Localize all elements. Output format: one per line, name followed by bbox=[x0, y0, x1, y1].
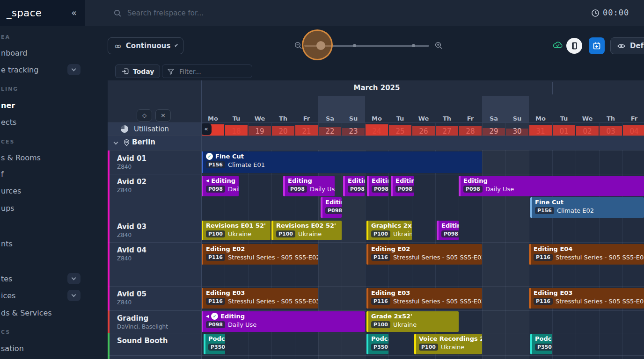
slider-step-dot bbox=[353, 44, 356, 47]
booking-block[interactable]: Fine CutP156Climate E02 bbox=[530, 197, 644, 218]
user-avatar[interactable] bbox=[566, 38, 582, 54]
block-title: Editing bbox=[211, 177, 235, 184]
sidebar-item-chevron-button[interactable] bbox=[67, 273, 80, 284]
zoom-in-icon[interactable] bbox=[434, 41, 443, 50]
filter-funnel-icon bbox=[167, 68, 175, 75]
booking-block[interactable]: Grade 2x52'P100Ukraine bbox=[366, 311, 459, 332]
day-name: Tu bbox=[225, 115, 248, 122]
booking-block[interactable]: EditingP098 bbox=[367, 176, 388, 196]
block-subtitle: Daily Use bbox=[228, 186, 239, 193]
resource-row-label-avid-04[interactable]: Avid 04Z840 bbox=[108, 242, 201, 286]
block-title: Grade 2x52' bbox=[371, 313, 412, 320]
sidebar-item-ups[interactable]: ups bbox=[1, 204, 15, 213]
sidebar-item-chevron-button[interactable] bbox=[67, 290, 80, 301]
sidebar-item-s-rooms[interactable]: s & Rooms bbox=[1, 153, 41, 162]
booking-block[interactable]: Revisions E02 52'P100Ukraine bbox=[271, 221, 342, 240]
project-badge: P098 bbox=[441, 230, 459, 237]
booking-block[interactable]: Editing E02P116Stressful Series - S05 SS… bbox=[201, 244, 318, 265]
grid-line bbox=[529, 122, 529, 359]
project-badge: P098 bbox=[288, 186, 307, 193]
resource-row-label-avid-05[interactable]: Avid 05Z840 bbox=[108, 286, 201, 310]
row-separator bbox=[108, 286, 644, 287]
day-header-cell: Fr21 bbox=[295, 96, 318, 122]
booking-block[interactable]: ◀EditingP098Daily Use bbox=[201, 176, 239, 196]
booking-block[interactable]: EditingP098 bbox=[437, 221, 459, 240]
resource-row-label-avid-02[interactable]: Avid 02Z840 bbox=[108, 174, 201, 219]
booking-block[interactable]: Graphics 2x52'P100Ukraine bbox=[366, 221, 412, 240]
block-title: Editing E03 bbox=[534, 289, 572, 296]
sidebar: EAnboarde trackingLINGnerectsCESs & Room… bbox=[0, 26, 85, 359]
expand-rows-button[interactable]: ◇ bbox=[137, 109, 152, 122]
sidebar-item-nts[interactable]: nts bbox=[1, 239, 13, 248]
booking-block[interactable]: Revisions E01 52'P100Ukraine bbox=[201, 221, 271, 240]
topbar: _space « 00:00 bbox=[0, 0, 644, 26]
booking-block[interactable]: EditingP098 bbox=[343, 176, 365, 196]
resource-row-label-grading[interactable]: GradingDaVinci, Baselight bbox=[108, 310, 201, 333]
booking-block[interactable]: EditingP098 bbox=[391, 176, 414, 196]
close-rows-button[interactable]: × bbox=[155, 109, 171, 122]
day-header-cell: Th20 bbox=[271, 96, 295, 122]
booking-block[interactable]: Editing E04P116Stressful Series - S05 SS… bbox=[529, 244, 644, 265]
block-detail-line: P116Stressful Series - S05 SS5-E04 bbox=[531, 252, 644, 261]
booking-block[interactable]: PodcastP350 bbox=[204, 334, 225, 354]
booking-block[interactable]: ◀✓EditingP098Daily Use bbox=[201, 311, 365, 332]
block-subtitle: Ukraine bbox=[298, 230, 322, 237]
cursor-highlight-circle bbox=[302, 29, 333, 60]
resource-row-label-sound-booth[interactable]: Sound Booth bbox=[108, 333, 201, 355]
sidebar-item-chevron-button[interactable] bbox=[67, 64, 80, 75]
utilisation-bar bbox=[272, 126, 294, 136]
booking-block[interactable]: PodcastP350 bbox=[530, 334, 552, 354]
resource-row-label-avid-01[interactable]: Avid 01Z840 bbox=[108, 151, 201, 174]
block-subtitle: Ukraine bbox=[393, 230, 412, 237]
sidebar-section-label: EA bbox=[1, 34, 10, 40]
booking-block[interactable]: EditingP098 bbox=[321, 197, 342, 218]
filter-input[interactable] bbox=[178, 67, 247, 76]
add-booking-calendar-button[interactable] bbox=[589, 37, 605, 54]
collapse-utilisation-button[interactable]: « bbox=[201, 123, 212, 135]
booking-block[interactable]: Voice Recordings 2x52'P100Ukraine bbox=[414, 334, 482, 354]
sidebar-item-f[interactable]: f bbox=[1, 170, 4, 179]
booking-block[interactable]: EditingP098Daily Use bbox=[283, 176, 335, 196]
block-title: Graphics 2x52' bbox=[371, 222, 412, 229]
sidebar-item-tes[interactable]: tes bbox=[1, 274, 12, 283]
view-mode-dropdown[interactable]: ∞ Continuous bbox=[108, 37, 183, 54]
today-button[interactable]: Today bbox=[115, 65, 160, 78]
search-input[interactable] bbox=[126, 6, 276, 20]
sidebar-section-label: CES bbox=[1, 139, 15, 145]
sidebar-collapse-button[interactable]: « bbox=[67, 0, 81, 26]
grid-line bbox=[552, 122, 553, 359]
booking-block[interactable]: ✓Fine CutP156Climate E01 bbox=[201, 151, 482, 173]
booking-block[interactable]: Editing E03P116Stressful Series - S05 SS… bbox=[529, 288, 644, 309]
resource-subtitle: DaVinci, Baselight bbox=[117, 323, 168, 330]
sidebar-item-ects[interactable]: ects bbox=[1, 118, 16, 127]
resource-row-label[interactable] bbox=[108, 355, 201, 359]
booking-block[interactable]: EditingP098Daily Use bbox=[459, 176, 644, 196]
block-detail-line: P098Daily Use bbox=[203, 320, 365, 328]
group-row-berlin[interactable]: Berlin bbox=[108, 136, 644, 150]
block-title-line: Editing E04 bbox=[531, 244, 644, 252]
row-separator bbox=[108, 150, 644, 151]
block-title-line: Editing E02 bbox=[368, 244, 482, 252]
sidebar-item-ds-services[interactable]: ds & Services bbox=[1, 309, 52, 317]
resource-row-label-avid-03[interactable]: Avid 03Z840 bbox=[108, 219, 201, 242]
block-subtitle: Daily Use bbox=[228, 321, 256, 328]
chevron-down-icon bbox=[72, 293, 76, 297]
resource-subtitle: Z840 bbox=[117, 255, 132, 262]
day-header-cell: Tu25 bbox=[388, 96, 412, 122]
resource-color-stripe bbox=[108, 219, 110, 242]
booking-block[interactable]: Editing E03P116Stressful Series - S05 SS… bbox=[201, 288, 318, 309]
booking-block[interactable]: Editing E03P116Stressful Series - S05 SS… bbox=[366, 288, 482, 309]
day-name: Th bbox=[599, 115, 622, 122]
freispace-app: _space « 00:00 EAnboarde trackingLINGner… bbox=[0, 0, 644, 359]
sidebar-item-sation[interactable]: sation bbox=[1, 344, 24, 353]
sidebar-item-ices[interactable]: ices bbox=[1, 291, 15, 300]
sidebar-item-ner[interactable]: ner bbox=[1, 101, 15, 110]
booking-block[interactable]: Editing E02P116Stressful Series - S05 SS… bbox=[366, 244, 482, 265]
default-view-button[interactable]: Defa bbox=[610, 37, 644, 54]
sidebar-item-nboard[interactable]: nboard bbox=[1, 49, 27, 57]
booking-block[interactable]: PodcastP350 bbox=[366, 334, 388, 354]
continues-left-icon: ◀ bbox=[206, 314, 209, 319]
sidebar-item-urces[interactable]: urces bbox=[1, 187, 21, 195]
sidebar-item-e-tracking[interactable]: e tracking bbox=[1, 65, 38, 74]
block-title-line: Editing E03 bbox=[368, 288, 482, 296]
